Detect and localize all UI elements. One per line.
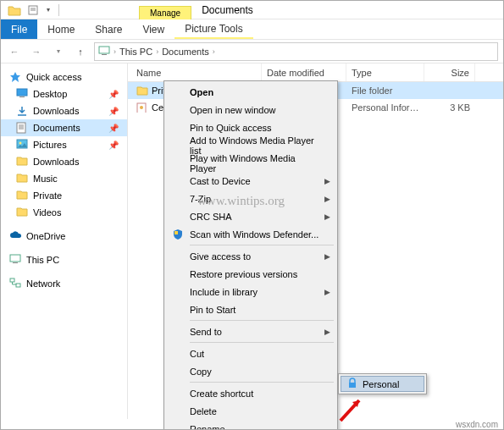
- downloads-icon: [16, 105, 28, 117]
- menu-give-access[interactable]: Give access to▶: [166, 247, 335, 265]
- menu-delete[interactable]: Delete: [166, 402, 335, 420]
- sidebar-label: OneDrive: [26, 231, 65, 241]
- sidebar-item-downloads[interactable]: Downloads 📌: [1, 102, 127, 119]
- file-size: 3 KB: [424, 102, 475, 113]
- svg-rect-7: [19, 96, 25, 97]
- chevron-right-icon[interactable]: ›: [156, 47, 158, 56]
- folder-icon: [16, 156, 28, 168]
- svg-rect-16: [13, 262, 18, 263]
- divider: [58, 4, 59, 16]
- window-title: Documents: [202, 4, 253, 16]
- svg-rect-18: [16, 284, 20, 287]
- menu-pin-start[interactable]: Pin to Start: [166, 300, 335, 318]
- desktop-icon: [16, 88, 28, 100]
- sidebar-label: Videos: [33, 207, 61, 218]
- pin-icon: 📌: [108, 107, 119, 116]
- sidebar-item-private[interactable]: Private: [1, 187, 127, 204]
- menu-crc-sha[interactable]: CRC SHA▶: [166, 207, 335, 225]
- column-size[interactable]: Size: [424, 63, 475, 81]
- svg-rect-17: [10, 278, 14, 282]
- sidebar-label: Downloads: [33, 106, 79, 116]
- tab-file[interactable]: File: [1, 19, 37, 39]
- column-name[interactable]: Name: [128, 63, 262, 81]
- pin-icon: 📌: [108, 141, 119, 150]
- title-bar: ▾ Manage Documents: [1, 1, 503, 19]
- recent-locations-icon[interactable]: ▾: [50, 43, 67, 60]
- menu-cast-device[interactable]: Cast to Device▶: [166, 172, 335, 190]
- sidebar-item-desktop[interactable]: Desktop 📌: [1, 85, 127, 102]
- breadcrumb-documents[interactable]: Documents: [162, 47, 209, 57]
- sidebar-item-videos[interactable]: Videos: [1, 204, 127, 221]
- chevron-right-icon[interactable]: ›: [213, 47, 215, 56]
- chevron-right-icon[interactable]: ›: [114, 47, 116, 56]
- svg-marker-5: [10, 72, 20, 82]
- sidebar-item-downloads2[interactable]: Downloads: [1, 153, 127, 170]
- menu-include-library[interactable]: Include in library▶: [166, 283, 335, 300]
- column-type[interactable]: Type: [346, 63, 424, 81]
- context-tab-manage[interactable]: Manage: [139, 6, 191, 19]
- sidebar-label: Pictures: [33, 140, 67, 150]
- qat-dropdown-icon[interactable]: ▾: [47, 6, 50, 14]
- context-submenu: Personal: [338, 373, 427, 394]
- address-bar-row: ← → ▾ ↑ › This PC › Documents ›: [1, 40, 503, 63]
- pin-icon: 📌: [108, 90, 119, 99]
- sidebar-item-documents[interactable]: Documents 📌: [1, 119, 127, 136]
- tab-share[interactable]: Share: [85, 19, 132, 39]
- menu-add-wmp-list[interactable]: Add to Windows Media Player list: [166, 136, 335, 154]
- chevron-right-icon: ▶: [324, 195, 330, 203]
- menu-play-wmp[interactable]: Play with Windows Media Player: [166, 154, 335, 172]
- menu-copy[interactable]: Copy: [166, 362, 335, 380]
- svg-rect-9: [17, 123, 25, 133]
- folder-icon: [16, 190, 28, 201]
- svg-rect-6: [17, 89, 27, 96]
- sidebar-item-network[interactable]: Network: [1, 275, 127, 292]
- menu-rename[interactable]: Rename: [166, 420, 335, 430]
- menu-create-shortcut[interactable]: Create shortcut: [166, 384, 335, 402]
- menu-separator: [190, 320, 334, 321]
- svg-rect-21: [174, 231, 178, 234]
- sidebar-label: Private: [33, 190, 62, 201]
- menu-restore-versions[interactable]: Restore previous versions: [166, 265, 335, 283]
- context-menu: Open Open in new window Pin to Quick acc…: [163, 80, 338, 430]
- sidebar-label: Desktop: [33, 89, 67, 99]
- sidebar-item-pictures[interactable]: Pictures 📌: [1, 136, 127, 153]
- svg-point-14: [19, 142, 22, 145]
- certificate-icon: [136, 102, 148, 113]
- sidebar-label: Downloads: [33, 157, 79, 167]
- sidebar-item-this-pc[interactable]: This PC: [1, 251, 127, 268]
- address-bar[interactable]: › This PC › Documents ›: [94, 42, 498, 61]
- folder-icon: [16, 173, 28, 185]
- star-icon: [9, 71, 21, 83]
- up-button[interactable]: ↑: [72, 43, 89, 60]
- tab-picture-tools[interactable]: Picture Tools: [174, 19, 252, 39]
- menu-cut[interactable]: Cut: [166, 345, 335, 362]
- navigation-pane: Quick access Desktop 📌 Downloads 📌 Docum…: [1, 63, 128, 419]
- file-type: Personal Informati...: [346, 102, 424, 113]
- menu-pin-quick-access[interactable]: Pin to Quick access: [166, 119, 335, 136]
- tab-view[interactable]: View: [132, 19, 174, 39]
- submenu-personal[interactable]: Personal: [341, 376, 424, 392]
- svg-rect-4: [102, 54, 107, 55]
- properties-icon[interactable]: [26, 3, 40, 17]
- ribbon-tabs: File Home Share View Picture Tools: [1, 19, 503, 40]
- breadcrumb-this-pc[interactable]: This PC: [119, 47, 152, 57]
- menu-separator: [190, 382, 334, 383]
- menu-7zip[interactable]: 7-Zip▶: [166, 190, 335, 207]
- menu-send-to[interactable]: Send to▶: [166, 322, 335, 340]
- svg-rect-22: [349, 383, 356, 388]
- svg-rect-15: [10, 255, 20, 262]
- column-date[interactable]: Date modified: [262, 63, 346, 81]
- pin-icon: 📌: [108, 124, 119, 133]
- folder-icon: [16, 207, 28, 218]
- menu-open-new-window[interactable]: Open in new window: [166, 101, 335, 119]
- folder-icon: [8, 3, 21, 17]
- tab-home[interactable]: Home: [37, 19, 85, 39]
- sidebar-item-quick-access[interactable]: Quick access: [1, 69, 127, 85]
- back-button[interactable]: ←: [6, 43, 23, 60]
- cloud-icon: [9, 230, 21, 242]
- menu-open[interactable]: Open: [166, 83, 335, 101]
- sidebar-item-music[interactable]: Music: [1, 170, 127, 187]
- menu-defender[interactable]: Scan with Windows Defender...: [166, 225, 335, 243]
- chevron-right-icon: ▶: [324, 177, 330, 185]
- sidebar-item-onedrive[interactable]: OneDrive: [1, 228, 127, 245]
